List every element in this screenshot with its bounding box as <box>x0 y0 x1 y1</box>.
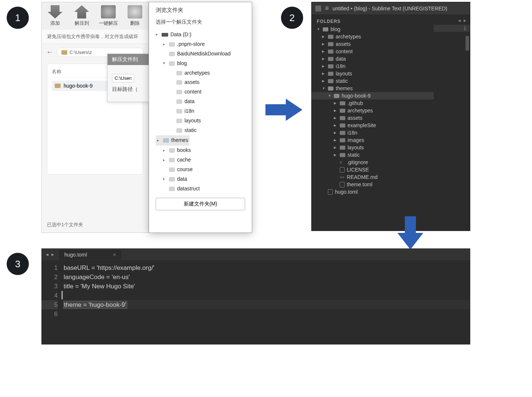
tree-node[interactable]: datastruct <box>156 184 245 193</box>
file-icon <box>328 189 333 195</box>
sidebar-item[interactable]: LICENSE <box>312 166 434 173</box>
status-bar: 已选中1个文件夹 <box>47 221 83 228</box>
sidebar-item[interactable]: <>README.md <box>312 173 434 181</box>
sidebar-item[interactable]: ▶i18n <box>312 129 434 136</box>
sidebar-item[interactable]: ▶static <box>312 151 434 159</box>
back-button[interactable]: ← <box>46 48 53 56</box>
sidebar-item[interactable]: ▼hugo-book-9 <box>312 92 434 99</box>
tree-node[interactable]: layouts <box>156 116 245 126</box>
title-bar: ≡ untitled • (blog) - Sublime Text (UNRE… <box>312 2 470 14</box>
folder-icon <box>340 109 345 113</box>
tree-node[interactable]: ▸themes <box>156 135 190 146</box>
scrollbar-handle[interactable] <box>465 36 469 51</box>
tree-node[interactable]: archetypes <box>156 68 245 78</box>
extract-to-button[interactable]: 解压到 <box>68 5 95 27</box>
sidebar-item[interactable]: ▶archetypes <box>312 33 434 40</box>
editor-pane[interactable]: ◂ ▸ 1 <box>434 14 470 231</box>
arrow-right-icon <box>265 97 302 123</box>
new-folder-button[interactable]: 新建文件夹(M) <box>156 198 245 210</box>
sidebar-item[interactable]: ▶assets <box>312 114 434 122</box>
file-icon <box>340 167 345 173</box>
step-badge-1: 1 <box>7 7 29 29</box>
archive-window: 添加 解压到 一键解压 删除 避免压缩包文件携带病毒，对文件造成破坏 ← C:\… <box>41 2 149 233</box>
sidebar-item[interactable]: ▶archetypes <box>312 107 434 114</box>
tree-node[interactable]: BaiduNetdiskDownload <box>156 49 245 59</box>
tree-node[interactable]: assets <box>156 78 245 87</box>
code-icon: <> <box>340 175 345 180</box>
menu-icon[interactable]: ≡ <box>325 4 329 12</box>
sidebar-item[interactable]: ▶images <box>312 136 434 144</box>
tree-node[interactable]: ▸cache <box>156 155 245 165</box>
one-click-extract-button[interactable]: 一键解压 <box>95 5 122 27</box>
sidebar-item[interactable]: ▶data <box>312 55 434 62</box>
code-area[interactable]: 123456 baseURL = 'https://example.org/'l… <box>41 260 470 322</box>
sidebar-item[interactable]: ▶layouts <box>312 70 434 77</box>
tab-label: hugo.toml <box>64 252 87 258</box>
tab-close-icon[interactable]: × <box>113 252 116 258</box>
toolbar: 添加 解压到 一键解压 删除 <box>42 2 148 30</box>
code-editor: ◂ ▸ hugo.toml × 123456 baseURL = 'https:… <box>41 248 470 345</box>
folder-icon <box>328 57 333 61</box>
line-number: 1 <box>434 25 470 32</box>
sidebar-item[interactable]: ▶content <box>312 48 434 55</box>
tree-node[interactable]: ▾blog <box>156 59 245 68</box>
trash-icon <box>128 5 142 18</box>
extract-icon <box>74 5 89 18</box>
browse-folder-dialog: 浏览文件夹 选择一个解压文件夹 ▾Data (D:)▸.pnpm-storeBa… <box>149 2 252 233</box>
tab-nav-icon[interactable]: ◂ ▸ <box>41 251 59 257</box>
sidebar-item[interactable]: theme.toml <box>312 181 434 188</box>
extract-popup: 解压文件到 目标路径（ <box>107 54 150 102</box>
sidebar-item[interactable]: ▶.github <box>312 99 434 107</box>
folder-icon <box>328 79 333 83</box>
dialog-title: 浏览文件夹 <box>149 2 252 16</box>
tree-node[interactable]: course <box>156 165 245 174</box>
tree-node[interactable]: static <box>156 126 245 135</box>
folder-open-icon <box>323 27 328 31</box>
sidebar-item[interactable]: ▶i18n <box>312 62 434 70</box>
sidebar-item[interactable]: ▼themes <box>312 85 434 92</box>
sidebar-item[interactable]: ▼blog <box>312 26 434 33</box>
popup-title: 解压文件到 <box>108 54 149 65</box>
folder-icon <box>55 84 61 88</box>
change-marker <box>61 291 63 299</box>
folder-tree[interactable]: ▾Data (D:)▸.pnpm-storeBaiduNetdiskDownlo… <box>149 30 252 193</box>
tab-hugo-toml[interactable]: hugo.toml × <box>59 249 121 260</box>
sidebar-item[interactable]: ▶assets <box>312 40 434 48</box>
step-badge-3: 3 <box>7 253 29 275</box>
step-badge-2: 2 <box>281 7 303 29</box>
sublime-window: ≡ untitled • (blog) - Sublime Text (UNRE… <box>311 2 470 231</box>
tree-node[interactable]: ▸books <box>156 146 245 155</box>
folder-icon <box>328 72 333 76</box>
gutter: 123456 <box>41 260 64 322</box>
target-label: 目标路径（ <box>112 86 145 93</box>
sidebar-item[interactable]: ▶layouts <box>312 144 434 151</box>
tab-nav-icon[interactable]: ◂ ▸ <box>458 17 467 23</box>
sidebar: FOLDERS ▼blog▶archetypes▶assets▶content▶… <box>312 14 434 231</box>
tab-bar: ◂ ▸ hugo.toml × <box>41 248 470 260</box>
dialog-subtitle: 选择一个解压文件夹 <box>149 16 252 30</box>
tree-node[interactable]: i18n <box>156 106 245 116</box>
folder-icon <box>340 146 345 150</box>
folder-icon <box>61 50 67 55</box>
tree-node[interactable]: data <box>156 97 245 106</box>
path-input[interactable] <box>112 74 134 82</box>
delete-button[interactable]: 删除 <box>122 5 148 27</box>
svg-marker-0 <box>265 99 302 121</box>
tree-node[interactable]: ▸.pnpm-store <box>156 40 245 49</box>
folder-icon <box>340 101 345 105</box>
tree-node[interactable]: ▾Data (D:) <box>156 30 245 40</box>
tree-node[interactable]: ▸data <box>156 174 245 184</box>
folder-icon <box>328 50 333 54</box>
folder-icon <box>328 42 333 46</box>
info-bar: 避免压缩包文件携带病毒，对文件造成破坏 <box>42 30 148 44</box>
folder-icon <box>328 35 333 39</box>
code-text[interactable]: baseURL = 'https://example.org/'language… <box>64 260 470 322</box>
add-button[interactable]: 添加 <box>42 5 68 27</box>
tree-node[interactable]: content <box>156 87 245 97</box>
sidebar-item[interactable]: ▶exampleSite <box>312 122 434 129</box>
folder-open-icon <box>334 94 339 98</box>
folder-open-icon <box>328 86 333 91</box>
sidebar-item[interactable]: hugo.toml <box>312 188 434 196</box>
sidebar-item[interactable]: ▶static <box>312 77 434 85</box>
sidebar-item[interactable]: ≡.gitignore <box>312 159 434 166</box>
